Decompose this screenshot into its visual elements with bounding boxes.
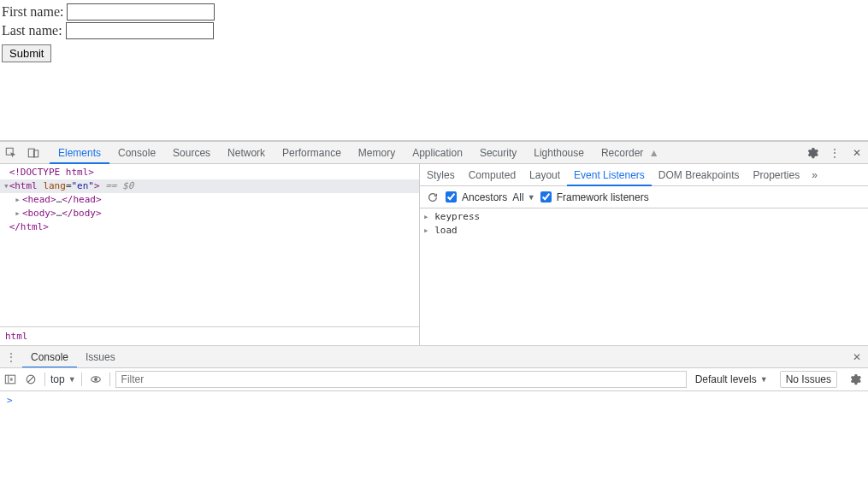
svg-line-6 [28,377,34,383]
console-filter-input[interactable] [115,371,687,388]
dom-tree[interactable]: <!DOCTYPE html> ▾<html lang="en"> == $0 … [0,164,419,326]
tab-elements[interactable]: Elements [50,142,109,164]
first-name-label: First name: [2,4,63,20]
event-load[interactable]: load [423,224,865,238]
tab-network[interactable]: Network [219,142,274,164]
console-prompt: > [7,395,13,406]
tab-application[interactable]: Application [404,142,471,164]
framework-listeners-label: Framework listeners [557,191,649,203]
console-settings-gear-icon[interactable] [844,368,866,390]
first-name-row: First name: [2,3,866,21]
ancestors-label: Ancestors [462,191,507,203]
first-name-input[interactable] [67,3,215,21]
side-tabs: Styles Computed Layout Event Listeners D… [420,164,868,186]
side-tab-event-listeners[interactable]: Event Listeners [567,164,652,186]
refresh-icon[interactable] [425,190,440,205]
devtools-drawer-toolbar: ⋮ Console Issues ✕ [0,345,868,367]
no-issues-button[interactable]: No Issues [780,371,837,388]
tab-lighthouse[interactable]: Lighthouse [525,142,593,164]
console-body[interactable]: > [0,391,868,499]
side-tab-styles[interactable]: Styles [420,164,462,186]
separator [81,373,82,386]
tab-sources[interactable]: Sources [164,142,219,164]
devtools-main-toolbar: Elements Console Sources Network Perform… [0,142,868,164]
devtools-middle: <!DOCTYPE html> ▾<html lang="en"> == $0 … [0,164,868,345]
close-devtools-icon[interactable]: ✕ [846,142,868,164]
recorder-badge-icon: ▲ [649,147,659,159]
listener-filter-dropdown[interactable]: All ▼ [512,191,534,203]
dom-head[interactable]: <head>…</head> [0,193,419,207]
elements-side-panel: Styles Computed Layout Event Listeners D… [420,164,868,345]
breadcrumb-html[interactable]: html [5,331,28,342]
live-expression-icon[interactable] [87,368,104,390]
svg-point-8 [94,379,97,381]
chevron-down-icon: ▼ [528,193,535,202]
svg-rect-3 [5,375,15,384]
framework-listeners-checkbox[interactable] [540,191,552,203]
last-name-input[interactable] [66,22,214,39]
console-context-picker[interactable]: top ▼ [50,373,76,385]
drawer-tab-issues[interactable]: Issues [77,346,124,368]
tab-memory[interactable]: Memory [350,142,404,164]
event-list: keypress load [420,208,868,345]
drawer-kebab-icon[interactable]: ⋮ [0,346,22,368]
dom-breadcrumbs[interactable]: html [0,326,419,345]
drawer-close-icon[interactable]: ✕ [846,346,868,368]
dom-body[interactable]: <body>…</body> [0,207,419,220]
side-tab-computed[interactable]: Computed [462,164,523,186]
device-toggle-icon[interactable] [22,142,44,164]
dom-html-close[interactable]: </html> [0,220,419,234]
console-sidebar-toggle-icon[interactable] [2,368,19,390]
dom-doctype[interactable]: <!DOCTYPE html> [0,166,419,179]
inspect-icon[interactable] [0,142,22,164]
separator [109,373,110,386]
side-tab-layout[interactable]: Layout [523,164,567,186]
console-levels-picker[interactable]: Default levels ▼ [690,373,773,385]
devtools-main-tabs: Elements Console Sources Network Perform… [50,142,668,164]
ancestors-checkbox[interactable] [446,191,457,203]
last-name-row: Last name: [2,22,866,39]
chevron-down-icon: ▼ [68,375,76,384]
last-name-label: Last name: [2,23,62,38]
tab-security[interactable]: Security [471,142,525,164]
side-tab-properties[interactable]: Properties [747,164,807,186]
console-toolbar: top ▼ Default levels ▼ No Issues [0,367,868,391]
listener-toolbar: Ancestors All ▼ Framework listeners [420,186,868,208]
drawer-tab-console[interactable]: Console [22,346,77,368]
chevron-down-icon: ▼ [760,375,768,384]
tab-console[interactable]: Console [109,142,164,164]
page-content: First name: Last name: Submit [0,0,868,141]
side-tab-dom-breakpoints[interactable]: DOM Breakpoints [652,164,747,186]
clear-console-icon[interactable] [22,368,39,390]
tab-performance[interactable]: Performance [274,142,350,164]
elements-panel: <!DOCTYPE html> ▾<html lang="en"> == $0 … [0,164,420,345]
kebab-menu-icon[interactable]: ⋮ [824,142,846,164]
gear-icon[interactable] [801,142,824,164]
tab-recorder[interactable]: Recorder ▲ [593,142,668,164]
submit-button[interactable]: Submit [2,44,51,62]
devtools: Elements Console Sources Network Perform… [0,141,868,499]
event-keypress[interactable]: keypress [423,210,865,224]
separator [44,373,45,386]
dom-html-open[interactable]: ▾<html lang="en"> == $0 [0,179,419,193]
side-tabs-more-icon[interactable]: » [806,169,823,181]
